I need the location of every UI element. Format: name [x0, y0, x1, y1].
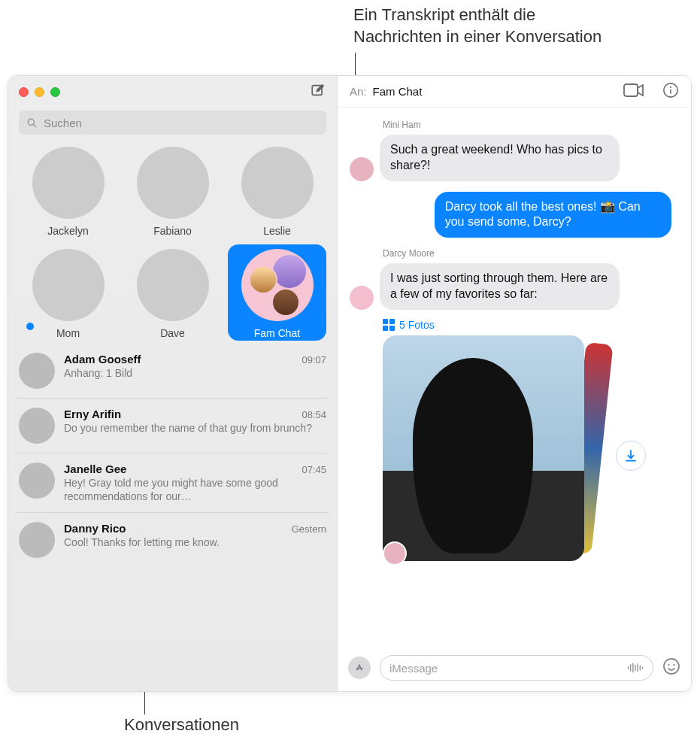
pin-fam-chat[interactable]: Fam Chat — [228, 244, 326, 341]
svg-point-21 — [673, 664, 674, 666]
svg-rect-8 — [389, 319, 395, 324]
callout-line — [144, 692, 145, 714]
photos-count-label: 5 Fotos — [399, 319, 435, 331]
emoji-button[interactable] — [662, 657, 680, 678]
list-item[interactable]: Danny Rico Gestern Cool! Thanks for lett… — [16, 513, 329, 567]
message-input[interactable]: iMessage — [380, 655, 653, 681]
sender-avatar — [350, 157, 374, 181]
info-icon — [662, 82, 679, 99]
avatar — [32, 147, 105, 219]
avatar — [19, 522, 55, 558]
outgoing-message[interactable]: Darcy took all the best ones! 📸 Can you … — [435, 192, 671, 238]
pin-jackelyn[interactable]: Jackelyn — [19, 142, 117, 238]
photo-stack[interactable] — [383, 335, 593, 561]
incoming-message[interactable]: Such a great weekend! Who has pics to sh… — [350, 135, 620, 181]
svg-rect-7 — [383, 319, 388, 324]
avatar — [32, 249, 105, 321]
sender-avatar — [350, 286, 374, 310]
svg-point-5 — [670, 86, 671, 87]
conversation-name: Janelle Gee — [64, 462, 126, 475]
svg-line-2 — [33, 124, 36, 127]
transcript: Mini Ham Such a great weekend! Who has p… — [338, 108, 691, 648]
conversation-list: Adam Gooseff 09:07 Anhang: 1 Bild Erny A… — [8, 344, 337, 691]
window-minimize-button[interactable] — [35, 87, 44, 97]
conversation-pane: An: Fam Chat Mini Ham Such a great weeke… — [338, 76, 691, 691]
avatar — [137, 249, 209, 321]
search-input[interactable]: Suchen — [19, 111, 326, 135]
callout-conversations: Konversationen — [124, 714, 239, 736]
input-placeholder: iMessage — [389, 662, 438, 675]
group-avatar — [241, 249, 314, 321]
pin-label: Leslie — [228, 225, 326, 237]
pinned-conversations: Jackelyn Fabiano Leslie Mom Dave — [8, 142, 337, 344]
conversation-preview: Cool! Thanks for letting me know. — [64, 536, 326, 550]
list-item[interactable]: Erny Arifin 08:54 Do you remember the na… — [16, 399, 329, 453]
list-item[interactable]: Janelle Gee 07:45 Hey! Gray told me you … — [16, 453, 329, 513]
photos-attachment[interactable]: 5 Fotos — [383, 319, 679, 561]
avatar — [19, 353, 55, 389]
conversation-preview: Anhang: 1 Bild — [64, 367, 326, 381]
list-item[interactable]: Adam Gooseff 09:07 Anhang: 1 Bild — [16, 344, 329, 399]
avatar — [19, 408, 55, 444]
details-button[interactable] — [662, 82, 679, 102]
svg-point-20 — [668, 664, 669, 666]
compose-button[interactable] — [310, 82, 326, 102]
pin-leslie[interactable]: Leslie — [228, 142, 326, 238]
incoming-message[interactable]: I was just sorting through them. Here ar… — [350, 263, 620, 310]
messages-window: Suchen Jackelyn Fabiano Leslie Mom — [8, 75, 692, 692]
window-zoom-button[interactable] — [50, 87, 60, 97]
appstore-icon — [353, 661, 366, 675]
download-button[interactable] — [616, 441, 646, 471]
smiley-icon — [662, 657, 680, 675]
message-text: Darcy took all the best ones! 📸 Can you … — [445, 200, 641, 229]
pin-mom[interactable]: Mom — [19, 244, 117, 341]
sender-avatar — [383, 541, 407, 566]
unread-indicator — [26, 323, 34, 330]
conversation-time: 08:54 — [302, 409, 326, 420]
pin-label: Fam Chat — [228, 327, 326, 339]
pin-dave[interactable]: Dave — [123, 244, 222, 341]
download-icon — [623, 448, 638, 463]
conversation-time: 09:07 — [302, 354, 326, 365]
message-text: Such a great weekend! Who has pics to sh… — [380, 135, 620, 181]
pin-label: Mom — [19, 327, 117, 339]
pin-label: Jackelyn — [19, 225, 117, 237]
callout-transcript: Ein Transkript enthält die Nachrichten i… — [353, 5, 684, 47]
svg-rect-3 — [624, 84, 638, 96]
photo-front — [383, 335, 584, 561]
sender-label: Darcy Moore — [383, 248, 679, 259]
sender-label: Mini Ham — [383, 120, 679, 130]
search-placeholder: Suchen — [44, 117, 82, 129]
to-label: An: — [350, 85, 367, 98]
avatar — [19, 462, 55, 499]
svg-rect-9 — [383, 326, 388, 331]
sidebar: Suchen Jackelyn Fabiano Leslie Mom — [8, 76, 338, 691]
conversation-time: Gestern — [292, 523, 326, 535]
video-icon — [623, 83, 644, 98]
conversation-header: An: Fam Chat — [338, 76, 691, 108]
message-text: I was just sorting through them. Here ar… — [380, 263, 620, 310]
svg-point-1 — [28, 119, 34, 125]
composer: iMessage — [338, 648, 691, 691]
callout-transcript-text: Ein Transkript enthält die Nachrichten i… — [353, 5, 602, 46]
audio-waveform-icon — [627, 661, 644, 675]
pin-label: Fabiano — [123, 225, 222, 237]
facetime-button[interactable] — [623, 83, 644, 101]
to-value: Fam Chat — [373, 85, 423, 98]
pin-fabiano[interactable]: Fabiano — [123, 142, 222, 238]
conversation-preview: Hey! Gray told me you might have some go… — [64, 477, 326, 503]
svg-rect-10 — [389, 326, 395, 331]
photos-header: 5 Fotos — [383, 319, 679, 331]
conversation-preview: Do you remember the name of that guy fro… — [64, 422, 326, 435]
conversation-name: Danny Rico — [64, 522, 126, 535]
photos-grid-icon — [383, 319, 395, 331]
apps-button[interactable] — [348, 657, 371, 679]
avatar — [137, 147, 209, 219]
svg-point-19 — [664, 659, 679, 674]
pin-label: Dave — [123, 327, 222, 339]
window-close-button[interactable] — [19, 87, 29, 97]
titlebar — [8, 76, 337, 108]
callout-conversations-text: Konversationen — [124, 715, 239, 734]
compose-icon — [310, 82, 326, 99]
conversation-name: Erny Arifin — [64, 408, 121, 420]
